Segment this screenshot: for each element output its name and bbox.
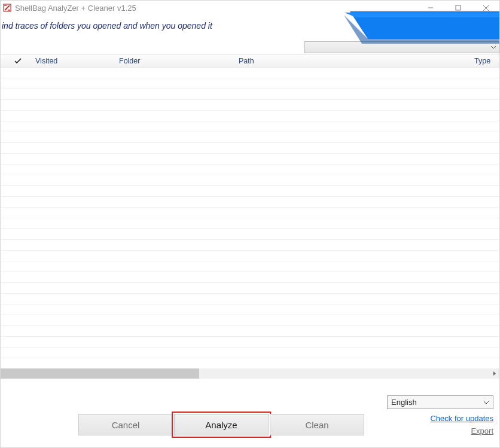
- table-row: [1, 326, 499, 337]
- table-row: [1, 186, 499, 197]
- header-banner: ind traces of folders you opened and whe…: [1, 15, 499, 36]
- table-row: [1, 208, 499, 218]
- table-row: [1, 197, 499, 208]
- banner-decoration: [344, 11, 499, 44]
- column-header-path[interactable]: Path: [234, 57, 469, 65]
- column-header-type[interactable]: Type: [469, 57, 499, 65]
- table-row: [1, 89, 499, 100]
- table-row: [1, 68, 499, 78]
- table-row: [1, 175, 499, 186]
- checkmark-icon: [14, 57, 22, 65]
- table-row: [1, 315, 499, 326]
- export-link[interactable]: Export: [471, 426, 493, 435]
- table-row: [1, 164, 499, 175]
- action-row: Cancel Analyze Clean Check for updates E…: [7, 414, 493, 435]
- column-header-row: Visited Folder Path Type: [1, 54, 499, 68]
- tagline: ind traces of folders you opened and whe…: [1, 21, 212, 31]
- table-row: [1, 100, 499, 111]
- bottom-panel: English Cancel Analyze Clean Check for u…: [1, 392, 499, 447]
- app-window: ShellBag AnalyZer + Cleaner v1.25 ind tr…: [0, 0, 500, 448]
- svg-rect-1: [456, 5, 461, 10]
- table-row: [1, 240, 499, 251]
- button-group: Cancel Analyze Clean: [78, 414, 364, 435]
- table-row: [1, 218, 499, 229]
- app-icon: [3, 4, 11, 12]
- window-title: ShellBag AnalyZer + Cleaner v1.25: [15, 4, 136, 13]
- scrollbar-arrow-right-icon[interactable]: [489, 368, 499, 379]
- table-row: [1, 358, 499, 368]
- language-dropdown-value: English: [391, 398, 417, 407]
- table-row: [1, 261, 499, 272]
- svg-marker-4: [344, 13, 499, 17]
- chevron-down-icon: [482, 400, 490, 406]
- table-row: [1, 251, 499, 261]
- scrollbar-thumb[interactable]: [1, 368, 199, 379]
- table-row: [1, 348, 499, 358]
- table-row: [1, 78, 499, 89]
- table-row: [1, 143, 499, 154]
- table-row: [1, 121, 499, 132]
- table-row: [1, 304, 499, 315]
- column-header-folder[interactable]: Folder: [114, 57, 234, 65]
- clean-button[interactable]: Clean: [270, 414, 364, 435]
- horizontal-scrollbar[interactable]: [1, 368, 499, 379]
- table-row: [1, 283, 499, 294]
- table-row: [1, 132, 499, 143]
- table-row: [1, 294, 499, 304]
- column-header-visited[interactable]: Visited: [31, 57, 114, 65]
- results-grid[interactable]: [1, 68, 499, 368]
- table-row: [1, 229, 499, 240]
- table-row: [1, 111, 499, 121]
- language-row: English: [7, 395, 493, 409]
- table-row: [1, 337, 499, 348]
- language-dropdown[interactable]: English: [387, 395, 493, 409]
- column-header-check[interactable]: [1, 57, 31, 65]
- links-group: Check for updates Export: [430, 414, 493, 435]
- table-row: [1, 272, 499, 283]
- table-row: [1, 154, 499, 164]
- analyze-button[interactable]: Analyze: [174, 414, 269, 435]
- cancel-button[interactable]: Cancel: [78, 414, 173, 435]
- check-updates-link[interactable]: Check for updates: [430, 414, 493, 423]
